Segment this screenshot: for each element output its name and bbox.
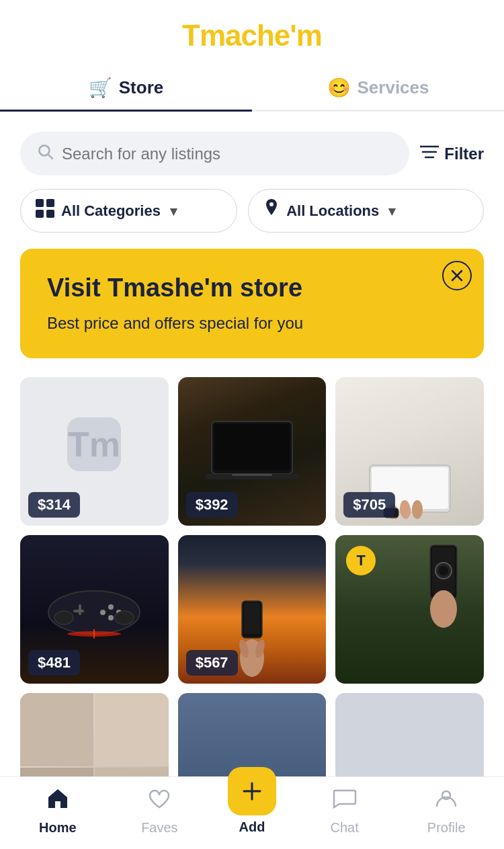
location-pin-icon <box>263 199 280 223</box>
tab-store-label: Store <box>119 77 163 98</box>
svg-rect-5 <box>36 199 44 207</box>
product-card[interactable]: $705 <box>335 377 484 526</box>
home-icon <box>46 786 70 816</box>
tab-store[interactable]: 🛒 Store <box>0 65 252 110</box>
promo-banner: Visit Tmashe'm store Best price and offe… <box>20 249 484 358</box>
tab-bar: 🛒 Store 😊 Services <box>0 65 504 112</box>
product-card[interactable]: $481 <box>20 535 169 684</box>
filter-lines-icon <box>420 143 439 164</box>
product-card[interactable]: Tm $314 <box>20 377 169 526</box>
svg-rect-16 <box>232 474 272 476</box>
svg-point-30 <box>54 611 73 624</box>
nav-home[interactable]: Home <box>24 786 91 836</box>
categories-chevron-icon: ▾ <box>170 203 177 219</box>
filter-dropdowns: All Categories ▾ All Locations ▾ <box>0 175 504 233</box>
header: Tmache'm <box>0 0 504 52</box>
price-badge: $481 <box>28 650 80 676</box>
svg-rect-8 <box>46 210 54 218</box>
app-logo: Tmache'm <box>13 19 491 52</box>
svg-text:Tm: Tm <box>68 425 120 464</box>
grid-icon <box>36 199 54 223</box>
nav-faves[interactable]: Faves <box>126 786 193 836</box>
filter-button[interactable]: Filter <box>420 143 484 164</box>
search-section: Filter <box>0 112 504 175</box>
banner-close-button[interactable] <box>442 261 472 290</box>
nav-profile-label: Profile <box>427 820 466 836</box>
banner-subtitle: Best price and offers special for you <box>47 312 460 335</box>
search-box[interactable] <box>20 132 409 175</box>
locations-label: All Locations <box>286 202 379 220</box>
svg-point-28 <box>108 615 114 620</box>
filter-label: Filter <box>444 145 484 163</box>
nav-faves-label: Faves <box>141 820 177 836</box>
heart-icon <box>147 786 171 816</box>
person-icon <box>434 786 458 816</box>
price-badge: $392 <box>186 492 238 518</box>
nav-add-label: Add <box>239 819 265 835</box>
nav-add[interactable]: Add <box>228 787 276 835</box>
tab-services-label: Services <box>358 77 429 98</box>
locations-dropdown[interactable]: All Locations ▾ <box>248 189 484 233</box>
svg-point-26 <box>108 604 114 610</box>
services-emoji-icon: 😊 <box>327 77 351 99</box>
bottom-navigation: Home Faves Add Chat <box>0 776 504 849</box>
search-input[interactable] <box>62 145 393 163</box>
svg-point-29 <box>100 610 106 615</box>
nav-chat-label: Chat <box>330 820 358 836</box>
svg-point-43 <box>430 590 457 628</box>
svg-point-31 <box>115 611 134 624</box>
svg-line-1 <box>48 155 52 159</box>
tab-services[interactable]: 😊 Services <box>252 65 504 110</box>
product-card[interactable]: $567 <box>178 535 327 684</box>
nav-chat[interactable]: Chat <box>311 786 378 836</box>
logo-main: Tmache' <box>182 19 296 52</box>
svg-point-21 <box>412 500 423 519</box>
price-badge: $314 <box>28 492 80 518</box>
product-card[interactable]: $392 <box>178 377 327 526</box>
search-row: Filter <box>20 132 484 175</box>
product-card[interactable]: T <box>335 535 484 684</box>
nav-profile[interactable]: Profile <box>413 786 480 836</box>
price-badge: $567 <box>186 650 238 676</box>
svg-point-42 <box>439 566 448 575</box>
banner-title: Visit Tmashe'm store <box>47 273 460 304</box>
nav-home-label: Home <box>39 820 77 836</box>
add-button[interactable] <box>228 767 276 815</box>
tmachem-logo-icon: Tm <box>60 411 128 492</box>
svg-rect-35 <box>244 603 260 634</box>
locations-chevron-icon: ▾ <box>388 203 395 219</box>
svg-rect-7 <box>36 210 44 218</box>
seller-badge: T <box>346 546 376 575</box>
svg-rect-6 <box>46 199 54 207</box>
search-icon <box>36 143 54 165</box>
logo-accent: m <box>296 19 322 52</box>
categories-label: All Categories <box>61 202 161 220</box>
svg-rect-14 <box>214 424 290 470</box>
chat-icon <box>333 786 357 816</box>
store-cart-icon: 🛒 <box>89 77 112 99</box>
svg-rect-25 <box>73 610 84 612</box>
categories-dropdown[interactable]: All Categories ▾ <box>20 189 237 233</box>
price-badge: $705 <box>343 492 395 518</box>
